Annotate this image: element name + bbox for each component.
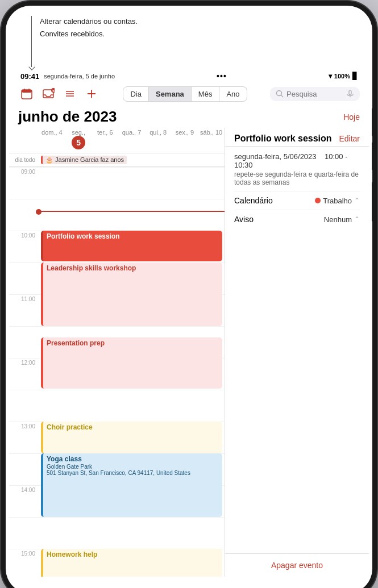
week-day-tue: ter., 6 [92,128,118,151]
wifi-icon: ▾ [329,72,332,80]
detail-calendar-value: Trabalho ⌃ [315,197,360,205]
add-icon-btn[interactable] [83,85,100,102]
hour-line-half11 [39,326,225,327]
status-dots: ••• [217,72,227,81]
list-icon-btn[interactable] [61,85,78,102]
toolbar-right [270,87,360,101]
search-bar[interactable] [270,87,360,101]
time-slot-half14 [9,517,39,549]
time-scroll-area[interactable]: 09:00 10:00 11:00 12:00 13:00 14:00 15:0… [9,167,225,577]
svg-point-12 [277,91,282,96]
time-slot-half13 [9,453,39,485]
mic-icon[interactable] [346,90,354,98]
hour-line-half12 [39,390,225,390]
time-slot-12: 12:00 [9,358,39,390]
event-yoga-class[interactable]: Yoga class Golden Gate Park501 Stanyan S… [41,453,222,517]
annotation-arrow [31,16,32,67]
time-slot-11: 11:00 [9,294,39,326]
week-day-fri: sex., 9 [172,128,198,151]
week-day-wed: qua., 7 [118,128,145,151]
detail-header: Portfolio work session Editar [225,128,369,147]
week-day-mon: seg., 5 [65,128,92,151]
device-frame: Alterar calendários ou contas. Convites … [6,6,372,588]
detail-repeat: repete-se segunda-feira e quarta-feira d… [234,170,360,186]
detail-calendar-label: Calendário [234,196,273,205]
event-leadership-workshop[interactable]: Leadership skills workshop [41,262,222,326]
power-button[interactable] [372,182,372,222]
view-week-btn[interactable]: Semana [149,86,192,102]
hour-line-9 [39,167,225,168]
detail-title: Portfolio work session [234,134,332,144]
annotation-area: Alterar calendários ou contas. Convites … [6,6,176,46]
main-split: dom., 4 seg., 5 ter., 6 qua., 7 [9,128,369,577]
calendar-icon-btn[interactable] [18,85,35,102]
svg-rect-14 [349,90,351,95]
toolbar-left: 5 [18,85,100,102]
allday-label: dia todo [9,157,39,163]
view-day-btn[interactable]: Dia [123,86,149,102]
current-time-line [39,211,225,212]
time-slot-half11 [9,326,39,358]
week-time-gutter [9,128,39,151]
event-portfolio-title: Portfolio work session [47,232,219,240]
event-portfolio-work[interactable]: Portfolio work session [41,231,222,261]
week-day-thu: qui., 8 [145,128,172,151]
event-choir-practice[interactable]: Choir practice [41,422,222,453]
search-input[interactable] [286,90,343,98]
week-header: dom., 4 seg., 5 ter., 6 qua., 7 [9,128,225,153]
time-slot-half12 [9,390,39,422]
view-segmented-control: Dia Semana Mês Ano [106,86,264,102]
event-yoga-title: Yoga class [47,455,219,463]
time-slot-15: 15:00 [9,549,39,577]
svg-rect-1 [22,90,32,93]
delete-event-btn[interactable]: Apagar evento [225,553,369,577]
detail-alert-label: Aviso [234,215,254,224]
battery-icon: ▊ [352,72,358,80]
right-panel: Portfolio work session Editar segunda-fe… [225,128,369,577]
time-col: 09:00 10:00 11:00 12:00 13:00 14:00 15:0… [9,167,39,577]
week-day-sat: sáb., 10 [198,128,225,151]
time-slot-13: 13:00 [9,422,39,453]
detail-calendar-field: Calendário Trabalho ⌃ [234,191,360,210]
svg-text:5: 5 [52,89,55,93]
month-title: junho de 2023 [18,108,117,126]
hour-line-half14 [39,517,225,518]
detail-alert-value: Nenhum ⌃ [324,215,360,224]
status-left: 09:41 segunda-feira, 5 de junho [20,72,115,81]
inbox-icon-btn[interactable]: 5 [40,85,57,102]
event-yoga-detail: Golden Gate Park501 Stanyan St, San Fran… [47,464,219,476]
status-time: 09:41 [20,72,39,81]
status-bar: 09:41 segunda-feira, 5 de junho ••• ▾ 10… [9,68,369,83]
chevron-icon: ⌃ [354,197,360,205]
time-slot-10: 10:00 [9,231,39,262]
svg-line-13 [281,95,284,98]
volume-down-button[interactable] [372,142,372,170]
time-slot-half10 [9,262,39,294]
detail-alert-field: Aviso Nenhum ⌃ [234,210,360,228]
screen: 09:41 segunda-feira, 5 de junho ••• ▾ 10… [9,68,369,577]
time-slot-half9 [9,199,39,231]
today-btn[interactable]: Hoje [343,112,360,122]
toolbar: 5 Dia [9,83,369,106]
battery-pct: 100% [334,73,350,80]
event-leadership-title: Leadership skills workshop [47,264,219,272]
annotation-1: Alterar calendários ou contas. [40,16,165,27]
allday-event-birthday[interactable]: 🎂 Jasmine Garcia faz anos [41,156,127,164]
event-presentation-title: Presentation prep [47,339,219,347]
event-presentation-prep[interactable]: Presentation prep [41,337,222,389]
annotation-2: Convites recebidos. [40,28,165,40]
time-slot-14: 14:00 [9,485,39,517]
detail-body: segunda-feira, 5/06/2023 10:00 - 10:30 r… [225,147,369,234]
detail-date: segunda-feira, 5/06/2023 10:00 - 10:30 [234,152,360,169]
volume-up-button[interactable] [372,108,372,136]
hour-line-half9 [39,199,225,199]
event-homework-title: Homework help [47,551,219,558]
view-month-btn[interactable]: Mês [192,86,220,102]
status-date: segunda-feira, 5 de junho [44,73,115,80]
view-year-btn[interactable]: Ano [219,86,247,102]
time-slot-9: 09:00 [9,167,39,199]
event-homework-help[interactable]: Homework help [41,549,222,577]
status-right: ▾ 100% ▊ [329,72,358,80]
calendar-color-dot [315,198,321,203]
detail-edit-btn[interactable]: Editar [339,134,360,143]
